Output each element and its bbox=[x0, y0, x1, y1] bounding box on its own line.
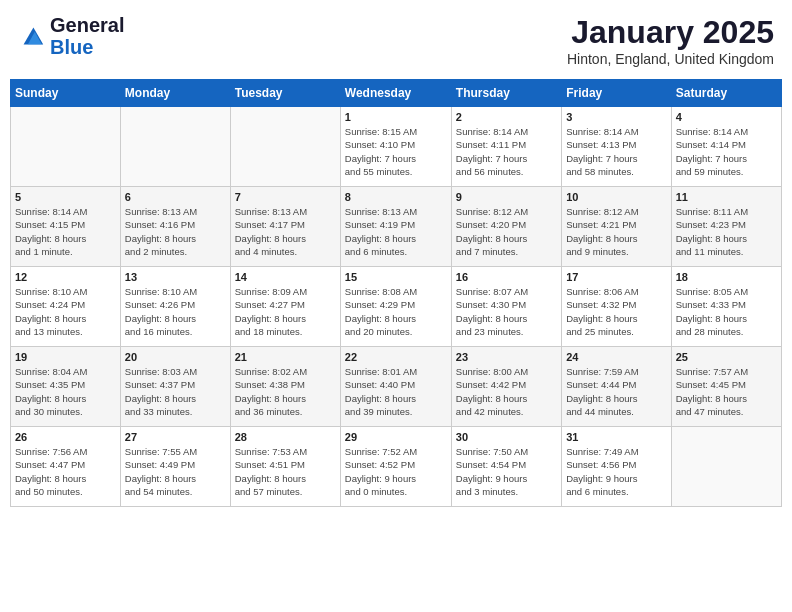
calendar-cell: 29Sunrise: 7:52 AM Sunset: 4:52 PM Dayli… bbox=[340, 427, 451, 507]
day-info: Sunrise: 8:13 AM Sunset: 4:16 PM Dayligh… bbox=[125, 205, 226, 258]
day-number: 29 bbox=[345, 431, 447, 443]
day-number: 4 bbox=[676, 111, 777, 123]
day-info: Sunrise: 7:56 AM Sunset: 4:47 PM Dayligh… bbox=[15, 445, 116, 498]
day-info: Sunrise: 8:05 AM Sunset: 4:33 PM Dayligh… bbox=[676, 285, 777, 338]
calendar-cell: 13Sunrise: 8:10 AM Sunset: 4:26 PM Dayli… bbox=[120, 267, 230, 347]
calendar-cell: 27Sunrise: 7:55 AM Sunset: 4:49 PM Dayli… bbox=[120, 427, 230, 507]
day-info: Sunrise: 7:57 AM Sunset: 4:45 PM Dayligh… bbox=[676, 365, 777, 418]
day-number: 16 bbox=[456, 271, 557, 283]
calendar-cell: 25Sunrise: 7:57 AM Sunset: 4:45 PM Dayli… bbox=[671, 347, 781, 427]
calendar-cell: 16Sunrise: 8:07 AM Sunset: 4:30 PM Dayli… bbox=[451, 267, 561, 347]
logo-blue: Blue bbox=[50, 36, 124, 58]
day-number: 30 bbox=[456, 431, 557, 443]
day-info: Sunrise: 8:07 AM Sunset: 4:30 PM Dayligh… bbox=[456, 285, 557, 338]
calendar-cell: 22Sunrise: 8:01 AM Sunset: 4:40 PM Dayli… bbox=[340, 347, 451, 427]
day-number: 2 bbox=[456, 111, 557, 123]
calendar-cell: 30Sunrise: 7:50 AM Sunset: 4:54 PM Dayli… bbox=[451, 427, 561, 507]
calendar-cell: 20Sunrise: 8:03 AM Sunset: 4:37 PM Dayli… bbox=[120, 347, 230, 427]
calendar-cell: 7Sunrise: 8:13 AM Sunset: 4:17 PM Daylig… bbox=[230, 187, 340, 267]
calendar-cell bbox=[120, 107, 230, 187]
day-info: Sunrise: 8:12 AM Sunset: 4:20 PM Dayligh… bbox=[456, 205, 557, 258]
day-number: 23 bbox=[456, 351, 557, 363]
weekday-header: Monday bbox=[120, 80, 230, 107]
day-info: Sunrise: 8:10 AM Sunset: 4:26 PM Dayligh… bbox=[125, 285, 226, 338]
logo-icon bbox=[18, 22, 46, 50]
weekday-header: Saturday bbox=[671, 80, 781, 107]
calendar-cell: 5Sunrise: 8:14 AM Sunset: 4:15 PM Daylig… bbox=[11, 187, 121, 267]
day-info: Sunrise: 8:12 AM Sunset: 4:21 PM Dayligh… bbox=[566, 205, 666, 258]
location: Hinton, England, United Kingdom bbox=[567, 51, 774, 67]
day-info: Sunrise: 8:02 AM Sunset: 4:38 PM Dayligh… bbox=[235, 365, 336, 418]
day-number: 10 bbox=[566, 191, 666, 203]
day-info: Sunrise: 8:09 AM Sunset: 4:27 PM Dayligh… bbox=[235, 285, 336, 338]
day-number: 9 bbox=[456, 191, 557, 203]
calendar-cell: 23Sunrise: 8:00 AM Sunset: 4:42 PM Dayli… bbox=[451, 347, 561, 427]
calendar-cell: 21Sunrise: 8:02 AM Sunset: 4:38 PM Dayli… bbox=[230, 347, 340, 427]
calendar-header-row: SundayMondayTuesdayWednesdayThursdayFrid… bbox=[11, 80, 782, 107]
day-info: Sunrise: 7:50 AM Sunset: 4:54 PM Dayligh… bbox=[456, 445, 557, 498]
calendar-cell: 26Sunrise: 7:56 AM Sunset: 4:47 PM Dayli… bbox=[11, 427, 121, 507]
weekday-header: Tuesday bbox=[230, 80, 340, 107]
calendar-table: SundayMondayTuesdayWednesdayThursdayFrid… bbox=[10, 79, 782, 507]
calendar-cell: 11Sunrise: 8:11 AM Sunset: 4:23 PM Dayli… bbox=[671, 187, 781, 267]
day-number: 1 bbox=[345, 111, 447, 123]
weekday-header: Wednesday bbox=[340, 80, 451, 107]
day-number: 7 bbox=[235, 191, 336, 203]
logo-general: General bbox=[50, 14, 124, 36]
calendar-cell bbox=[230, 107, 340, 187]
calendar-week-row: 19Sunrise: 8:04 AM Sunset: 4:35 PM Dayli… bbox=[11, 347, 782, 427]
calendar-cell: 15Sunrise: 8:08 AM Sunset: 4:29 PM Dayli… bbox=[340, 267, 451, 347]
day-number: 8 bbox=[345, 191, 447, 203]
day-number: 24 bbox=[566, 351, 666, 363]
day-info: Sunrise: 7:52 AM Sunset: 4:52 PM Dayligh… bbox=[345, 445, 447, 498]
day-info: Sunrise: 8:04 AM Sunset: 4:35 PM Dayligh… bbox=[15, 365, 116, 418]
calendar-cell: 1Sunrise: 8:15 AM Sunset: 4:10 PM Daylig… bbox=[340, 107, 451, 187]
page-header: General Blue January 2025 Hinton, Englan… bbox=[10, 10, 782, 71]
calendar-cell: 18Sunrise: 8:05 AM Sunset: 4:33 PM Dayli… bbox=[671, 267, 781, 347]
calendar-cell: 3Sunrise: 8:14 AM Sunset: 4:13 PM Daylig… bbox=[562, 107, 671, 187]
calendar-cell: 14Sunrise: 8:09 AM Sunset: 4:27 PM Dayli… bbox=[230, 267, 340, 347]
calendar-cell: 12Sunrise: 8:10 AM Sunset: 4:24 PM Dayli… bbox=[11, 267, 121, 347]
day-number: 5 bbox=[15, 191, 116, 203]
calendar-week-row: 26Sunrise: 7:56 AM Sunset: 4:47 PM Dayli… bbox=[11, 427, 782, 507]
day-number: 15 bbox=[345, 271, 447, 283]
day-number: 6 bbox=[125, 191, 226, 203]
calendar-cell: 8Sunrise: 8:13 AM Sunset: 4:19 PM Daylig… bbox=[340, 187, 451, 267]
day-number: 11 bbox=[676, 191, 777, 203]
day-number: 3 bbox=[566, 111, 666, 123]
day-info: Sunrise: 8:08 AM Sunset: 4:29 PM Dayligh… bbox=[345, 285, 447, 338]
day-number: 19 bbox=[15, 351, 116, 363]
day-number: 17 bbox=[566, 271, 666, 283]
day-info: Sunrise: 8:13 AM Sunset: 4:19 PM Dayligh… bbox=[345, 205, 447, 258]
day-info: Sunrise: 8:03 AM Sunset: 4:37 PM Dayligh… bbox=[125, 365, 226, 418]
title-area: January 2025 Hinton, England, United Kin… bbox=[567, 14, 774, 67]
calendar-week-row: 1Sunrise: 8:15 AM Sunset: 4:10 PM Daylig… bbox=[11, 107, 782, 187]
day-number: 12 bbox=[15, 271, 116, 283]
calendar-cell: 4Sunrise: 8:14 AM Sunset: 4:14 PM Daylig… bbox=[671, 107, 781, 187]
day-number: 18 bbox=[676, 271, 777, 283]
calendar-cell: 6Sunrise: 8:13 AM Sunset: 4:16 PM Daylig… bbox=[120, 187, 230, 267]
day-info: Sunrise: 8:15 AM Sunset: 4:10 PM Dayligh… bbox=[345, 125, 447, 178]
day-info: Sunrise: 7:49 AM Sunset: 4:56 PM Dayligh… bbox=[566, 445, 666, 498]
calendar-week-row: 12Sunrise: 8:10 AM Sunset: 4:24 PM Dayli… bbox=[11, 267, 782, 347]
weekday-header: Sunday bbox=[11, 80, 121, 107]
day-number: 25 bbox=[676, 351, 777, 363]
day-info: Sunrise: 8:06 AM Sunset: 4:32 PM Dayligh… bbox=[566, 285, 666, 338]
day-number: 20 bbox=[125, 351, 226, 363]
day-info: Sunrise: 7:59 AM Sunset: 4:44 PM Dayligh… bbox=[566, 365, 666, 418]
calendar-cell bbox=[11, 107, 121, 187]
calendar-cell: 17Sunrise: 8:06 AM Sunset: 4:32 PM Dayli… bbox=[562, 267, 671, 347]
month-title: January 2025 bbox=[567, 14, 774, 51]
day-number: 27 bbox=[125, 431, 226, 443]
day-number: 31 bbox=[566, 431, 666, 443]
day-info: Sunrise: 8:14 AM Sunset: 4:11 PM Dayligh… bbox=[456, 125, 557, 178]
day-number: 28 bbox=[235, 431, 336, 443]
calendar-cell: 24Sunrise: 7:59 AM Sunset: 4:44 PM Dayli… bbox=[562, 347, 671, 427]
weekday-header: Thursday bbox=[451, 80, 561, 107]
day-number: 21 bbox=[235, 351, 336, 363]
logo: General Blue bbox=[18, 14, 124, 58]
day-info: Sunrise: 8:10 AM Sunset: 4:24 PM Dayligh… bbox=[15, 285, 116, 338]
day-info: Sunrise: 8:13 AM Sunset: 4:17 PM Dayligh… bbox=[235, 205, 336, 258]
day-number: 13 bbox=[125, 271, 226, 283]
day-info: Sunrise: 8:00 AM Sunset: 4:42 PM Dayligh… bbox=[456, 365, 557, 418]
